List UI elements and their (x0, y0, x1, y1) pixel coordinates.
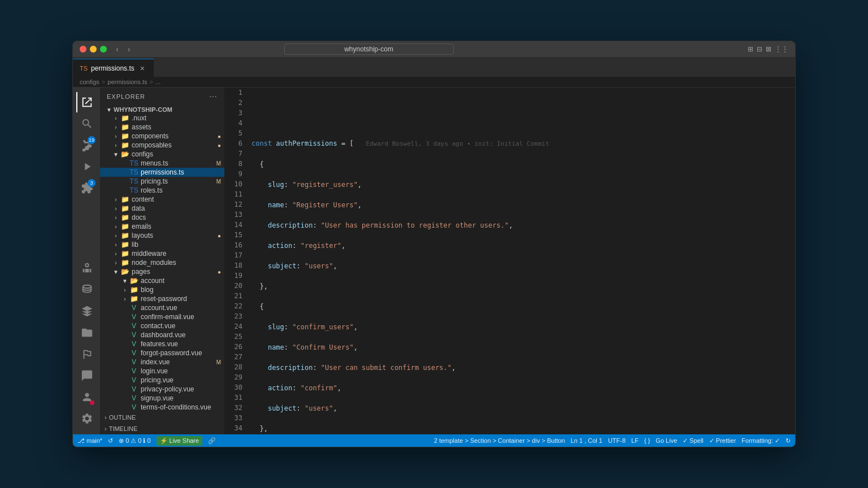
folder-components[interactable]: › 📁 components ● (100, 132, 224, 141)
layout-btn-3[interactable]: ⊠ (766, 45, 771, 53)
tab-close-button[interactable]: × (138, 64, 147, 73)
file-permissions-ts[interactable]: TS permissions.ts (100, 168, 224, 177)
language[interactable]: { } (644, 437, 650, 444)
file-account-vue[interactable]: V account.vue (100, 303, 224, 312)
folder-icon: 📁 (129, 295, 138, 303)
features-vue-label: features.vue (141, 340, 224, 348)
encoding[interactable]: UTF-8 (608, 437, 626, 444)
layout-btn-1[interactable]: ⊞ (748, 45, 753, 53)
folder-middleware[interactable]: › 📁 middleware (100, 249, 224, 258)
chat-icon[interactable] (76, 365, 97, 386)
file-login-vue[interactable]: V login.vue (100, 367, 224, 376)
file-privacy-policy-vue[interactable]: V privacy-policy.vue (100, 385, 224, 394)
breadcrumb-configs[interactable]: configs (80, 79, 99, 85)
activity-bar: 19 3 (73, 88, 100, 434)
forward-button[interactable]: › (125, 43, 133, 55)
breadcrumb-nav[interactable]: 2 template > Section > Container > div >… (434, 437, 565, 444)
project-root[interactable]: ▼ WHYNOTSHIP-COM (100, 106, 224, 114)
status-right: 2 template > Section > Container > div >… (434, 437, 791, 445)
folder-nuxt[interactable]: › 📁 .nuxt (100, 114, 224, 123)
code-line-13: action: "confirm", (251, 383, 786, 393)
code-line-12: description: "User can submit confirm us… (251, 363, 786, 373)
folder-configs[interactable]: ▼ 📂 configs (100, 150, 224, 159)
tab-permissions-ts[interactable]: TS permissions.ts × (73, 59, 154, 77)
search-icon[interactable] (76, 114, 97, 134)
chevron-right-icon: › (111, 224, 120, 230)
settings-icon[interactable] (76, 408, 97, 429)
maximize-dot[interactable] (100, 46, 107, 53)
file-forgot-password-vue[interactable]: V forgot-password.vue (100, 348, 224, 358)
link-icon[interactable]: 🔗 (208, 437, 216, 445)
git-branch[interactable]: ⎇ main* (77, 437, 102, 445)
folder-data-label: data (132, 204, 224, 212)
folder-pages[interactable]: ▼ 📂 pages ● (100, 267, 224, 276)
folder-reset-password[interactable]: › 📁 reset-password (100, 294, 224, 303)
breadcrumb-file[interactable]: permissions.ts (107, 79, 147, 85)
refresh-icon[interactable]: ↻ (785, 437, 791, 445)
eol[interactable]: LF (631, 437, 639, 444)
live-share-button[interactable]: ⚡ Live Share (157, 436, 203, 446)
folder-icon: 📁 (120, 259, 129, 267)
file-menus-ts[interactable]: TS menus.ts M (100, 159, 224, 168)
file-confirm-email-vue[interactable]: V confirm-email.vue (100, 312, 224, 321)
anchor-icon[interactable] (76, 258, 97, 278)
permissions-ts-label: permissions.ts (141, 168, 224, 176)
folder-icon: 📁 (120, 250, 129, 258)
sync-button[interactable]: ↺ (108, 437, 113, 445)
folder-node-modules[interactable]: › 📁 node_modules (100, 258, 224, 267)
errors-count[interactable]: ⊗ 0 ⚠ 0 ℹ 0 (119, 437, 150, 445)
folder-account[interactable]: ▼ 📂 account (100, 276, 224, 285)
folder-assets[interactable]: › 📁 assets (100, 123, 224, 132)
file-signup-vue[interactable]: V signup.vue (100, 394, 224, 403)
file-features-vue[interactable]: V features.vue (100, 339, 224, 348)
folder-blog-label: blog (141, 286, 224, 294)
svg-point-0 (83, 285, 92, 289)
folder-docs[interactable]: › 📁 docs (100, 213, 224, 222)
folder-layouts[interactable]: › 📁 layouts ● (100, 231, 224, 240)
new-file-icon[interactable]: ⋯ (209, 92, 218, 101)
formatting[interactable]: Formatting: ✓ (741, 437, 780, 445)
file-pricing-vue[interactable]: V pricing.vue (100, 376, 224, 385)
close-dot[interactable] (80, 46, 86, 53)
layers-icon[interactable] (76, 301, 97, 321)
code-line-9: { (251, 302, 786, 312)
minimize-dot[interactable] (90, 46, 97, 53)
explorer-icon[interactable] (76, 92, 97, 112)
account-icon[interactable] (76, 387, 97, 407)
outline-section[interactable]: › OUTLINE (100, 412, 224, 423)
folder-content[interactable]: › 📁 content (100, 195, 224, 204)
folder-lib[interactable]: › 📁 lib (100, 240, 224, 249)
vue-icon: V (129, 313, 138, 321)
editor-content: 12345 678910 1112131415 1617181920 21222… (224, 88, 795, 434)
source-control-icon[interactable]: 19 (76, 135, 97, 155)
file-terms-vue[interactable]: V terms-of-conditions.vue (100, 403, 224, 412)
back-button[interactable]: ‹ (114, 43, 121, 55)
folder-composables[interactable]: › 📁 composables ● (100, 141, 224, 150)
warning-count: 0 (138, 437, 141, 444)
prettier[interactable]: ✓ Prettier (709, 437, 736, 445)
folder-icon: 📁 (120, 123, 129, 131)
code-editor[interactable]: const authPermissions = [ Edward Boswell… (247, 88, 791, 434)
extensions-icon[interactable]: 3 (76, 178, 97, 198)
folder-lib-label: lib (132, 241, 224, 249)
file-contact-vue[interactable]: V contact.vue (100, 321, 224, 330)
spell-check[interactable]: ✓ Spell (683, 437, 704, 445)
database-icon[interactable] (76, 280, 97, 300)
folder-data[interactable]: › 📁 data (100, 204, 224, 213)
layout-btn-2[interactable]: ⊟ (757, 45, 762, 53)
file-pricing-ts[interactable]: TS pricing.ts M (100, 177, 224, 186)
file-index-vue[interactable]: V index.vue M (100, 358, 224, 367)
folder-emails[interactable]: › 📁 emails (100, 222, 224, 231)
ln-col[interactable]: Ln 1, Col 1 (571, 437, 602, 444)
layout-btn-4[interactable]: ⋮⋮ (775, 45, 788, 53)
file-roles-ts[interactable]: TS roles.ts (100, 186, 224, 195)
folder-icon[interactable] (76, 323, 97, 343)
go-live-button[interactable]: Go Live (656, 437, 677, 444)
modified-badge: ● (218, 142, 221, 149)
search-bar[interactable] (284, 43, 454, 55)
run-icon[interactable] (76, 156, 97, 177)
folder-blog[interactable]: › 📁 blog (100, 285, 224, 294)
timeline-section[interactable]: › TIMELINE (100, 423, 224, 434)
terrain-icon[interactable] (76, 344, 97, 364)
file-dashboard-vue[interactable]: V dashboard.vue (100, 330, 224, 339)
